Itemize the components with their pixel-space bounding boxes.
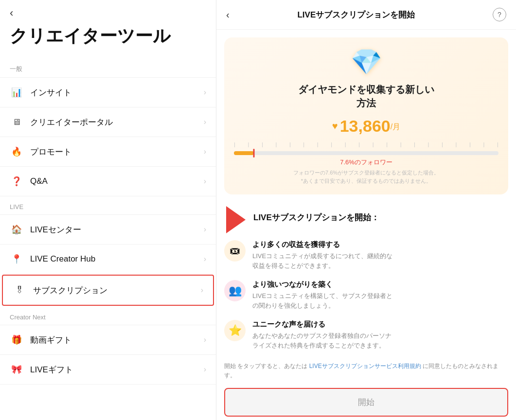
subscription-label: サブスクリプション (33, 285, 201, 296)
benefits-title: LIVEサブスクリプションを開始： (246, 210, 387, 230)
chevron-icon: › (204, 147, 206, 156)
benefit-revenue-heading: より多くの収益を獲得する (252, 240, 508, 249)
diamond-card: 💎 ダイヤモンドを収集する新しい方法 ♥ 13,860 /月 | | | | |… (224, 37, 508, 194)
benefit-revenue-desc: LIVEコミュニティが成長するにつれて、継続的な収益を得ることができます。 (252, 251, 508, 270)
progress-bar-fill (234, 151, 254, 155)
benefit-voice-text: ユニークな声を届ける あなたやあなたのサブスク登録者独自のパーソナライズされた特… (252, 320, 508, 350)
footer-note: 開始 をタップすると、あなたは LIVEサブスクリプションサービス利用規約 に同… (216, 355, 516, 384)
diamond-period: /月 (391, 122, 400, 132)
start-btn-container: 開始 (216, 384, 516, 420)
section-general: 一般 📊 インサイト › 🖥 クリエイターポータル › 🔥 プロモート › ❓ … (0, 58, 216, 196)
benefit-connection-heading: より強いつながりを築く (252, 280, 508, 289)
subscription-icon: 🎖 (13, 283, 26, 297)
section-creator-next: Creator Next 🎁 動画ギフト › 🎀 LIVEギフト › (0, 307, 216, 385)
chevron-icon: › (204, 118, 206, 126)
section-label-general: 一般 (0, 58, 216, 77)
live-creator-hub-label: LIVE Creator Hub (30, 254, 204, 264)
benefit-item-revenue: 🎟 より多くの収益を獲得する LIVEコミュニティが成長するにつれて、継続的な収… (216, 235, 516, 275)
benefit-revenue-icon: 🎟 (224, 240, 246, 262)
right-panel-title: LIVEサブスクリプションを開始 (235, 9, 477, 20)
diamond-gem-icon: 💎 (351, 47, 382, 77)
footer-note-text: 開始 をタップすると、あなたは LIVEサブスクリプションサービス利用規約 に同… (224, 363, 498, 379)
help-icon: ? (498, 11, 501, 18)
page-title: クリエイターツール (0, 22, 216, 58)
start-button[interactable]: 開始 (224, 388, 508, 417)
diamond-amount: 13,860 (340, 117, 391, 136)
benefit-connection-icon: 👥 (224, 280, 246, 301)
chevron-icon: › (204, 177, 206, 186)
menu-item-creator-portal[interactable]: 🖥 クリエイターポータル › (0, 107, 216, 137)
red-arrow-icon (226, 206, 246, 233)
terms-link[interactable]: LIVEサブスクリプションサービス利用規約 (309, 363, 421, 369)
benefit-connection-text: より強いつながりを築く LIVEコミュニティを構築して、サブスク登録者との関わり… (252, 280, 508, 310)
chevron-icon: › (204, 255, 206, 263)
diamond-amount-row: ♥ 13,860 /月 (234, 117, 498, 136)
qa-icon: ❓ (10, 175, 23, 188)
benefit-item-voice: ⭐ ユニークな声を届ける あなたやあなたのサブスク登録者独自のパーソナライズされ… (216, 315, 516, 355)
menu-item-subscription[interactable]: 🎖 サブスクリプション › (2, 275, 214, 306)
qa-label: Q&A (30, 176, 204, 186)
chevron-icon: › (204, 88, 206, 97)
back-button-left[interactable]: ‹ (0, 0, 216, 22)
chevron-icon: › (204, 335, 206, 344)
follower-percent-label: 7.6%のフォロワー (234, 158, 498, 167)
follower-note: フォロワーの7.6%がサブスク登録者になると仮定した場合。*あくまで目安であり、… (234, 169, 498, 185)
menu-item-insight[interactable]: 📊 インサイト › (0, 77, 216, 107)
menu-item-live-center[interactable]: 🏠 LIVEセンター › (0, 214, 216, 244)
menu-item-live-gift[interactable]: 🎀 LIVEギフト › (0, 354, 216, 385)
help-button[interactable]: ? (493, 8, 506, 21)
right-header: ‹ LIVEサブスクリプションを開始 ? (216, 0, 516, 30)
right-panel: ‹ LIVEサブスクリプションを開始 ? 💎 ダイヤモンドを収集する新しい方法 … (216, 0, 516, 420)
heart-icon: ♥ (332, 121, 338, 132)
creator-portal-label: クリエイターポータル (30, 117, 204, 128)
chevron-icon: › (204, 365, 206, 374)
menu-item-qa[interactable]: ❓ Q&A › (0, 166, 216, 196)
section-label-live: LIVE (0, 196, 216, 214)
benefit-revenue-text: より多くの収益を獲得する LIVEコミュニティが成長するにつれて、継続的な収益を… (252, 240, 508, 270)
left-panel: ‹ クリエイターツール 一般 📊 インサイト › 🖥 クリエイターポータル › … (0, 0, 216, 420)
diamond-card-title: ダイヤモンドを収集する新しい方法 (234, 83, 498, 110)
insight-icon: 📊 (10, 86, 23, 99)
live-center-icon: 🏠 (10, 223, 23, 236)
insight-label: インサイト (30, 87, 204, 98)
creator-portal-icon: 🖥 (10, 115, 23, 129)
chevron-icon: › (201, 286, 203, 295)
back-button-right[interactable]: ‹ (226, 9, 230, 20)
live-creator-hub-icon: 📍 (10, 252, 23, 266)
menu-item-video-gift[interactable]: 🎁 動画ギフト › (0, 325, 216, 354)
progress-marker (253, 149, 255, 158)
benefit-voice-icon: ⭐ (224, 320, 246, 341)
live-center-label: LIVEセンター (30, 224, 204, 235)
promote-label: プロモート (30, 146, 204, 158)
back-arrow-icon: ‹ (10, 8, 13, 18)
arrow-row: LIVEサブスクリプションを開始： (216, 202, 516, 235)
benefit-voice-heading: ユニークな声を届ける (252, 320, 508, 329)
section-label-creator-next: Creator Next (0, 307, 216, 325)
promote-icon: 🔥 (10, 145, 23, 158)
chevron-icon: › (204, 225, 206, 234)
section-live: LIVE 🏠 LIVEセンター › 📍 LIVE Creator Hub › 🎖… (0, 196, 216, 307)
diamond-icon-area: 💎 (234, 47, 498, 77)
live-gift-icon: 🎀 (10, 363, 23, 376)
progress-bar-container (234, 151, 498, 155)
live-gift-label: LIVEギフト (30, 364, 204, 375)
benefit-connection-desc: LIVEコミュニティを構築して、サブスク登録者との関わりを強化しましょう。 (252, 291, 508, 310)
menu-item-promote[interactable]: 🔥 プロモート › (0, 137, 216, 166)
video-gift-label: 動画ギフト (30, 334, 204, 346)
video-gift-icon: 🎁 (10, 333, 23, 347)
menu-item-live-creator-hub[interactable]: 📍 LIVE Creator Hub › (0, 244, 216, 274)
benefit-voice-desc: あなたやあなたのサブスク登録者独自のパーソナライズされた特典を作成することができ… (252, 331, 508, 350)
benefit-item-connection: 👥 より強いつながりを築く LIVEコミュニティを構築して、サブスク登録者との関… (216, 275, 516, 315)
